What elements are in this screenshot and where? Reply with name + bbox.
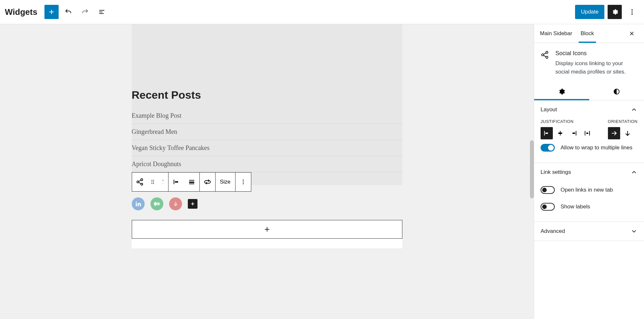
transform-icon: [204, 178, 211, 186]
block-type-button[interactable]: [132, 173, 148, 191]
svg-point-16: [153, 182, 154, 183]
post-item[interactable]: Apricot Doughnuts: [132, 156, 402, 172]
post-item[interactable]: Vegan Sticky Toffee Pancakes: [132, 140, 402, 156]
align-button[interactable]: [184, 173, 199, 191]
justification-field: JUSTIFICATION: [541, 119, 593, 139]
justify-right-icon: [570, 129, 578, 137]
align-icon: [188, 178, 196, 186]
link-settings-body: Open links in new tab Show labels: [534, 182, 644, 222]
svg-rect-21: [189, 180, 194, 181]
linkedin-glyph-icon: [135, 201, 141, 207]
justification-label: JUSTIFICATION: [541, 119, 593, 124]
post-item[interactable]: Gingerbread Men: [132, 124, 402, 140]
block-toolbar-wrap: Size: [132, 172, 402, 192]
page-title: Widgets: [5, 7, 37, 17]
post-item[interactable]: Example Blog Post: [132, 108, 402, 124]
settings-button[interactable]: [608, 5, 622, 19]
layout-panel-title: Layout: [541, 106, 557, 113]
svg-line-41: [543, 53, 546, 54]
svg-rect-48: [572, 133, 575, 134]
justify-left-icon: [543, 129, 551, 137]
update-button[interactable]: Update: [575, 5, 604, 19]
svg-point-7: [631, 14, 633, 15]
svg-point-31: [159, 202, 160, 205]
redo-button[interactable]: [78, 5, 92, 19]
close-icon: [629, 30, 635, 37]
orientation-field: ORIENTATION: [608, 119, 638, 139]
add-block-button[interactable]: [44, 5, 59, 19]
svg-line-42: [543, 55, 546, 57]
link-settings-header[interactable]: Link settings: [534, 163, 644, 182]
drag-icon: [149, 179, 156, 185]
svg-point-40: [546, 56, 548, 58]
svg-point-39: [542, 54, 544, 56]
svg-rect-50: [589, 131, 590, 135]
new-tab-toggle[interactable]: [541, 186, 555, 194]
tab-document[interactable]: Main Sidebar: [540, 24, 572, 43]
close-sidebar-button[interactable]: [625, 24, 638, 43]
more-options-button[interactable]: [625, 5, 639, 19]
recent-posts-widget[interactable]: Recent Posts Example Blog Post Gingerbre…: [132, 89, 402, 172]
inspector-tab-settings[interactable]: [534, 83, 589, 100]
toggle-knob: [542, 188, 547, 192]
toggle-knob: [542, 204, 547, 209]
svg-rect-22: [189, 182, 194, 183]
social-icons-block[interactable]: [132, 192, 402, 220]
svg-point-8: [141, 179, 143, 181]
block-card: Social Icons Display icons linking to yo…: [534, 43, 644, 83]
svg-rect-44: [545, 133, 548, 134]
styles-icon: [613, 88, 620, 95]
undo-button[interactable]: [61, 5, 75, 19]
link-settings-panel: Link settings Open links in new tab Show…: [534, 163, 644, 222]
svg-point-5: [631, 9, 633, 11]
orientation-horizontal-button[interactable]: [608, 127, 620, 139]
new-tab-toggle-row: Open links in new tab: [541, 182, 638, 198]
scrollbar[interactable]: [530, 140, 534, 198]
svg-point-29: [154, 202, 157, 206]
size-button[interactable]: Size: [216, 173, 235, 191]
widget-block[interactable]: Recent Posts Example Blog Post Gingerbre…: [132, 24, 402, 185]
justify-center-button[interactable]: [554, 127, 566, 139]
list-view-button[interactable]: [95, 5, 109, 19]
tab-block[interactable]: Block: [581, 24, 594, 43]
justify-space-between-button[interactable]: [581, 127, 593, 139]
redo-icon: [81, 8, 89, 16]
svg-rect-19: [174, 180, 174, 184]
block-card-text: Social Icons Display icons linking to yo…: [555, 50, 638, 76]
block-appender-button[interactable]: [132, 220, 402, 239]
linkedin-icon[interactable]: [132, 197, 145, 210]
drag-handle[interactable]: [148, 173, 158, 191]
block-more-button[interactable]: [235, 173, 251, 191]
transform-button[interactable]: [200, 173, 215, 191]
plus-icon: [263, 225, 271, 233]
editor-canvas[interactable]: Recent Posts Example Blog Post Gingerbre…: [0, 24, 534, 319]
chevron-up-icon: [630, 169, 638, 176]
advanced-panel: Advanced: [534, 222, 644, 241]
show-labels-toggle[interactable]: [541, 203, 555, 211]
more-vertical-icon: [240, 179, 246, 185]
inspector-tab-styles[interactable]: [589, 83, 644, 100]
undo-icon: [64, 8, 72, 16]
orientation-vertical-button[interactable]: [621, 127, 634, 139]
svg-line-12: [139, 183, 141, 184]
chevron-down-icon: [160, 182, 166, 185]
list-view-icon: [98, 8, 106, 16]
wrap-toggle[interactable]: [541, 144, 555, 152]
svg-point-26: [243, 183, 244, 184]
inspector-tabs: [534, 83, 644, 100]
yelp-icon[interactable]: [169, 197, 182, 210]
justify-button[interactable]: [168, 173, 184, 191]
toggle-knob: [548, 145, 554, 151]
block-card-title: Social Icons: [555, 50, 638, 57]
show-labels-label: Show labels: [561, 204, 590, 210]
advanced-panel-header[interactable]: Advanced: [534, 222, 644, 241]
justify-right-button[interactable]: [568, 127, 580, 139]
add-social-icon-button[interactable]: [188, 199, 197, 209]
toolbar-right-group: Update: [575, 5, 639, 19]
justify-left-button[interactable]: [541, 127, 553, 139]
svg-rect-46: [558, 133, 562, 134]
move-up-down-button[interactable]: [158, 173, 168, 191]
layout-panel-header[interactable]: Layout: [534, 100, 644, 119]
medium-icon[interactable]: [150, 197, 163, 210]
svg-point-6: [631, 11, 633, 13]
